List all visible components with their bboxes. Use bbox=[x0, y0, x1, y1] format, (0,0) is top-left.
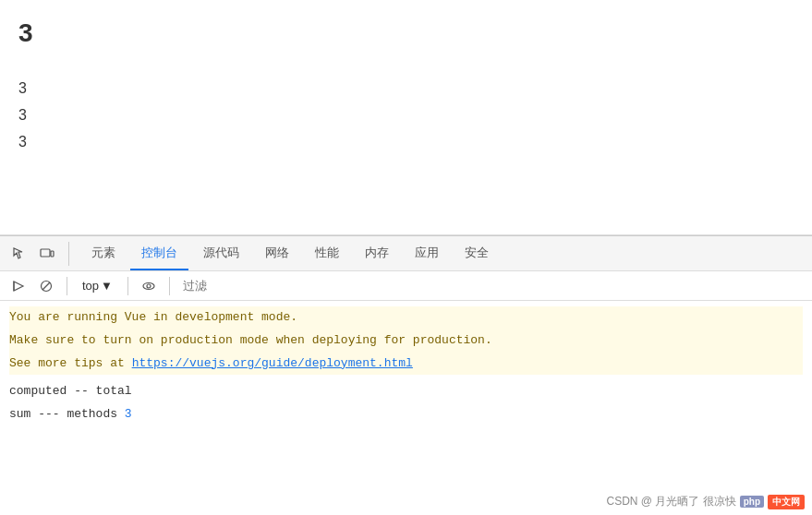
block-icon[interactable] bbox=[35, 275, 57, 297]
device-toggle-icon[interactable] bbox=[35, 242, 59, 266]
filter-input[interactable] bbox=[179, 279, 805, 293]
toolbar-separator-3 bbox=[169, 277, 170, 295]
context-dropdown[interactable]: top ▼ bbox=[77, 277, 118, 294]
tab-sources[interactable]: 源代码 bbox=[192, 237, 250, 270]
console-line-2: Make sure to turn on production mode whe… bbox=[9, 329, 803, 353]
main-numbers: 3 3 3 bbox=[18, 76, 794, 155]
watermark: CSDN @ 月光晒了 很凉快 php 中文网 bbox=[606, 494, 805, 509]
toolbar-separator-2 bbox=[127, 277, 128, 295]
php-badge: php bbox=[740, 496, 764, 508]
watermark-text: CSDN @ 月光晒了 很凉快 bbox=[606, 494, 735, 509]
console-line-1: You are running Vue in development mode. bbox=[9, 306, 803, 329]
number-line-1: 3 bbox=[18, 76, 794, 102]
main-content: 3 3 3 3 bbox=[0, 0, 812, 235]
toolbar-separator bbox=[67, 277, 67, 295]
console-output: You are running Vue in development mode.… bbox=[0, 301, 812, 515]
console-line-computed: computed -- total bbox=[9, 382, 803, 401]
devtools-tab-bar: 元素 控制台 源代码 网络 性能 内存 应用 安全 bbox=[0, 236, 812, 271]
svg-rect-0 bbox=[41, 249, 50, 257]
main-heading: 3 bbox=[18, 18, 794, 48]
tab-performance[interactable]: 性能 bbox=[304, 237, 350, 270]
tab-elements[interactable]: 元素 bbox=[80, 237, 127, 270]
dropdown-arrow-icon: ▼ bbox=[101, 279, 113, 293]
sum-value: 3 bbox=[125, 407, 132, 421]
number-line-3: 3 bbox=[18, 129, 794, 156]
tab-memory[interactable]: 内存 bbox=[354, 237, 400, 270]
svg-marker-2 bbox=[14, 281, 23, 291]
number-line-2: 3 bbox=[18, 102, 794, 129]
console-line-sum: sum --- methods 3 bbox=[9, 405, 803, 425]
execute-script-icon[interactable] bbox=[7, 275, 30, 297]
csdn-badge: 中文网 bbox=[768, 495, 805, 509]
devtools-panel: 元素 控制台 源代码 网络 性能 内存 应用 安全 top ▼ bbox=[0, 235, 812, 515]
console-line-3: See more tips at https://vuejs.org/guide… bbox=[9, 353, 803, 376]
devtools-icon-group bbox=[7, 242, 69, 266]
svg-line-5 bbox=[42, 282, 50, 290]
devtools-toolbar: top ▼ bbox=[0, 271, 812, 301]
svg-rect-1 bbox=[51, 251, 54, 257]
tab-console[interactable]: 控制台 bbox=[130, 237, 188, 270]
tab-security[interactable]: 安全 bbox=[454, 237, 500, 270]
vue-deployment-link[interactable]: https://vuejs.org/guide/deployment.html bbox=[132, 356, 413, 370]
context-label: top bbox=[82, 279, 99, 293]
tab-application[interactable]: 应用 bbox=[404, 237, 450, 270]
eye-icon[interactable] bbox=[138, 275, 160, 297]
tab-network[interactable]: 网络 bbox=[254, 237, 300, 270]
inspect-element-icon[interactable] bbox=[7, 242, 31, 266]
svg-point-7 bbox=[147, 284, 151, 288]
